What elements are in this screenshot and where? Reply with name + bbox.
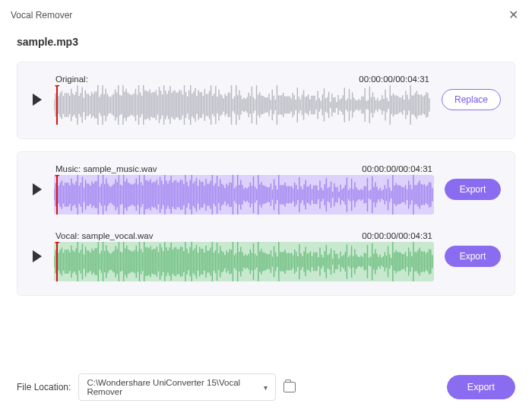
window-title: Vocal Remover: [11, 10, 72, 21]
track-time: 00:00:00/00:04:31: [359, 75, 429, 84]
waveform-original[interactable]: [54, 85, 431, 125]
results-panel: Music: sample_music.wav 00:00:00/00:04:3…: [17, 151, 515, 296]
play-icon[interactable]: [33, 183, 42, 195]
waveform-music[interactable]: [54, 175, 434, 214]
file-location-path: C:\Wondershare UniConverter 15\Vocal Rem…: [87, 378, 259, 396]
play-icon[interactable]: [33, 94, 42, 106]
export-vocal-button[interactable]: Export: [445, 246, 501, 267]
open-folder-icon[interactable]: [283, 382, 296, 392]
export-music-button[interactable]: Export: [445, 179, 501, 200]
chevron-down-icon: ▾: [264, 383, 268, 392]
play-icon[interactable]: [33, 250, 42, 262]
export-all-button[interactable]: Export: [447, 375, 515, 399]
file-location-select[interactable]: C:\Wondershare UniConverter 15\Vocal Rem…: [78, 373, 276, 401]
track-label: Original:: [55, 75, 88, 84]
track-time: 00:00:00/00:04:31: [362, 231, 432, 240]
waveform-vocal[interactable]: [54, 242, 434, 281]
track-label: Vocal: sample_vocal.wav: [55, 231, 153, 240]
filename-label: sample.mp3: [17, 36, 515, 48]
original-panel: Original: 00:00:00/00:04:31 Replace: [17, 62, 515, 139]
close-icon[interactable]: ✕: [505, 6, 521, 24]
file-location-label: File Location:: [17, 382, 71, 392]
track-time: 00:00:00/00:04:31: [362, 164, 432, 173]
replace-button[interactable]: Replace: [442, 89, 501, 110]
track-label: Music: sample_music.wav: [55, 164, 157, 173]
